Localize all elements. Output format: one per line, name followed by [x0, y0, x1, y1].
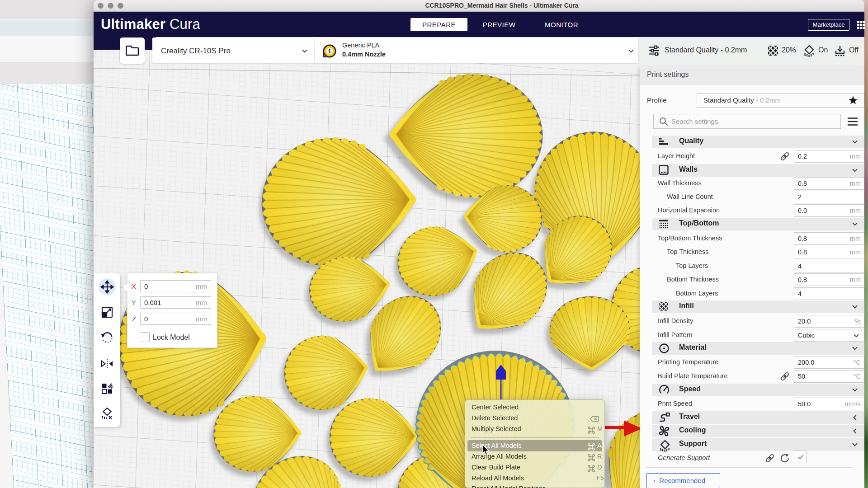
svg-text:1: 1 — [328, 48, 331, 55]
